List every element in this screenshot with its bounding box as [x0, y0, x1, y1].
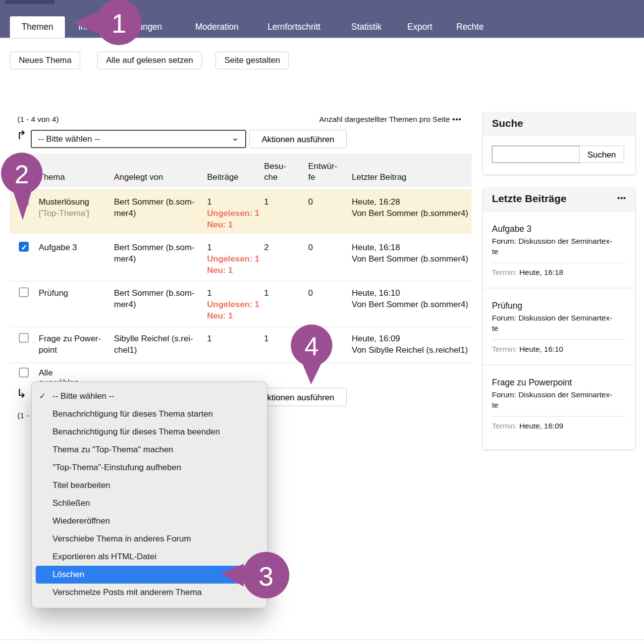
- annotation-marker-2: 2: [0, 151, 47, 223]
- search-panel: Suche Suchen: [483, 113, 635, 174]
- topics-per-page-control[interactable]: Anzahl dargestellter Themen pro Seite ••…: [319, 115, 462, 124]
- tab-moderation[interactable]: Moderation: [195, 22, 239, 32]
- list-item: Frage zu Powerpoint Forum: Diskussion de…: [483, 365, 635, 441]
- row-checkbox[interactable]: [19, 333, 29, 343]
- select-all-checkbox[interactable]: [19, 368, 29, 377]
- check-icon: ✓: [39, 387, 46, 405]
- result-range-top: (1 - 4 von 4): [17, 115, 59, 124]
- list-item: Aufgabe 3 Forum: Diskussion der Seminart…: [483, 212, 635, 288]
- row-checkbox[interactable]: [19, 287, 29, 297]
- menu-item-wiedereroeffnen[interactable]: Wiedereröffnen: [32, 512, 267, 530]
- forum-topics-page: Themen Info Einstellungen Moderation Ler…: [0, 0, 644, 644]
- topic-title[interactable]: Frage zu Power- point: [39, 333, 114, 356]
- termin-value: Heute, 16:18: [519, 268, 563, 276]
- per-page-dots-icon[interactable]: •••: [452, 115, 462, 123]
- menu-item-schliessen[interactable]: Schließen: [32, 494, 267, 512]
- tab-export[interactable]: Export: [407, 22, 432, 32]
- table-row: Prüfung Bert Sommer (b.som- mer4) 1 Unge…: [10, 281, 472, 327]
- topic-author: Sibylle Reichel (s.rei- chel1): [114, 333, 204, 356]
- mark-all-read-button[interactable]: Alle auf gelesen setzen: [97, 52, 202, 69]
- menu-item-benachrichtigung-starten[interactable]: Benachrichtigung für dieses Thema starte…: [32, 405, 267, 423]
- drafts-count: 0: [308, 287, 344, 299]
- page-bottom-divider: [0, 640, 644, 640]
- search-button[interactable]: Suchen: [579, 146, 624, 163]
- marker-number: 1: [111, 8, 126, 38]
- topic-title[interactable]: Aufgabe 3: [39, 242, 114, 253]
- col-header-besuche[interactable]: Besu- che: [264, 161, 295, 183]
- latest-posts-title: Letzte Beiträge: [492, 193, 567, 205]
- design-page-button[interactable]: Seite gestalten: [215, 52, 289, 69]
- posts-count: 1: [207, 197, 212, 207]
- apply-actions-button-top[interactable]: Aktionen ausführen: [249, 130, 347, 148]
- unread-count: Ungelesen: 1: [207, 209, 260, 218]
- recent-post-title[interactable]: Frage zu Powerpoint: [492, 377, 626, 388]
- move-top-arrow-icon: ↱: [16, 128, 27, 142]
- list-item: Prüfung Forum: Diskussion der Seminartex…: [483, 288, 635, 365]
- menu-item-titel-bearbeiten[interactable]: Titel bearbeiten: [32, 477, 267, 494]
- move-bottom-arrow-icon: ↳: [16, 386, 27, 401]
- dotted-divider: [492, 416, 626, 417]
- menu-item-label: -- Bitte wählen --: [53, 391, 114, 401]
- termin-value: Heute, 16:10: [519, 345, 563, 353]
- table-header-row: Thema Angelegt von Beiträge Besu- che En…: [10, 154, 472, 187]
- col-header-letzter-beitrag[interactable]: Letzter Beitrag: [352, 172, 472, 183]
- menu-item-benachrichtigung-beenden[interactable]: Benachrichtigung für dieses Thema beende…: [32, 423, 267, 441]
- table-row: Frage zu Power- point Sibylle Reichel (s…: [10, 327, 472, 363]
- new-topic-button[interactable]: Neues Thema: [10, 52, 80, 69]
- termin-label: Termin:: [492, 422, 517, 430]
- unread-count: Ungelesen: 1: [207, 254, 260, 264]
- annotation-marker-4: 4: [290, 323, 335, 386]
- last-post-info: Heute, 16:18 Von Bert Sommer (b.sommer4): [352, 242, 472, 265]
- last-post-info: Heute, 16:28 Von Bert Sommer (b.sommer4): [352, 196, 472, 219]
- marker-number: 3: [259, 561, 273, 591]
- topic-author: Bert Sommer (b.som- mer4): [114, 242, 204, 265]
- menu-item-bitte-waehlen[interactable]: ✓ -- Bitte wählen --: [32, 387, 267, 405]
- latest-posts-header: Letzte Beiträge •••: [483, 188, 635, 212]
- visits-count: 1: [264, 196, 295, 208]
- topic-title[interactable]: Prüfung: [39, 287, 114, 299]
- posts-count: 1: [207, 243, 212, 252]
- new-count: Neu: 1: [207, 220, 233, 229]
- col-header-entwuerfe[interactable]: Entwür- fe: [308, 161, 344, 183]
- last-post-info: Heute, 16:10 Von Bert Sommer (b.sommer4): [352, 287, 472, 310]
- table-row: Musterlösung ['Top-Thema'] Bert Sommer (…: [10, 189, 472, 234]
- topics-per-page-label: Anzahl dargestellter Themen pro Seite: [319, 115, 450, 123]
- menu-item-top-thema-aufheben[interactable]: "Top-Thema"-Einstufung aufheben: [32, 459, 267, 477]
- topic-flag: ['Top-Thema']: [39, 208, 114, 219]
- search-input[interactable]: [492, 146, 580, 163]
- tab-themen[interactable]: Themen: [10, 16, 65, 38]
- recent-post-forum: Forum: Diskussion der Seminartex- te: [492, 389, 626, 410]
- posts-count: 1: [207, 288, 212, 298]
- marker-number: 2: [15, 160, 29, 189]
- col-header-angelegt-von[interactable]: Angelegt von: [114, 172, 204, 183]
- chevron-down-icon: ⌄: [231, 129, 239, 146]
- new-count: Neu: 1: [207, 266, 233, 275]
- dotted-divider: [492, 339, 626, 340]
- annotation-marker-1: 1: [71, 0, 145, 48]
- action-select-top[interactable]: -- Bitte wählen -- ⌄: [31, 130, 246, 148]
- topic-author: Bert Sommer (b.som- mer4): [114, 287, 204, 310]
- tab-rechte[interactable]: Rechte: [456, 22, 483, 32]
- search-panel-title: Suche: [492, 117, 523, 129]
- latest-posts-panel: Letzte Beiträge ••• Aufgabe 3 Forum: Dis…: [483, 188, 635, 449]
- last-post-info: Heute, 16:09 Von Sibylle Reichel (s.reic…: [352, 333, 472, 356]
- new-count: Neu: 1: [207, 311, 233, 321]
- col-header-beitraege[interactable]: Beiträge: [207, 172, 263, 183]
- search-panel-header: Suche: [483, 113, 635, 136]
- termin-value: Heute, 16:09: [519, 422, 563, 430]
- row-checkbox[interactable]: ✓: [19, 242, 29, 252]
- unread-count: Ungelesen: 1: [207, 300, 260, 309]
- termin-label: Termin:: [492, 268, 517, 276]
- table-row: ✓ Aufgabe 3 Bert Sommer (b.som- mer4) 1 …: [10, 234, 472, 281]
- drafts-count: 0: [308, 196, 344, 208]
- tab-statistik[interactable]: Statistik: [351, 22, 381, 32]
- panel-options-dots-icon[interactable]: •••: [617, 194, 626, 202]
- menu-item-top-thema-machen[interactable]: Thema zu "Top-Thema" machen: [32, 441, 267, 459]
- topic-author: Bert Sommer (b.som- mer4): [114, 196, 204, 219]
- menu-item-verschiebe-thema[interactable]: Verschiebe Thema in anderes Forum: [32, 530, 267, 548]
- col-header-thema[interactable]: Thema: [39, 172, 114, 183]
- tab-lernfortschritt[interactable]: Lernfortschritt: [268, 22, 321, 32]
- recent-post-forum: Forum: Diskussion der Seminartex- te: [492, 236, 626, 257]
- recent-post-title[interactable]: Prüfung: [492, 301, 626, 311]
- recent-post-title[interactable]: Aufgabe 3: [492, 224, 626, 234]
